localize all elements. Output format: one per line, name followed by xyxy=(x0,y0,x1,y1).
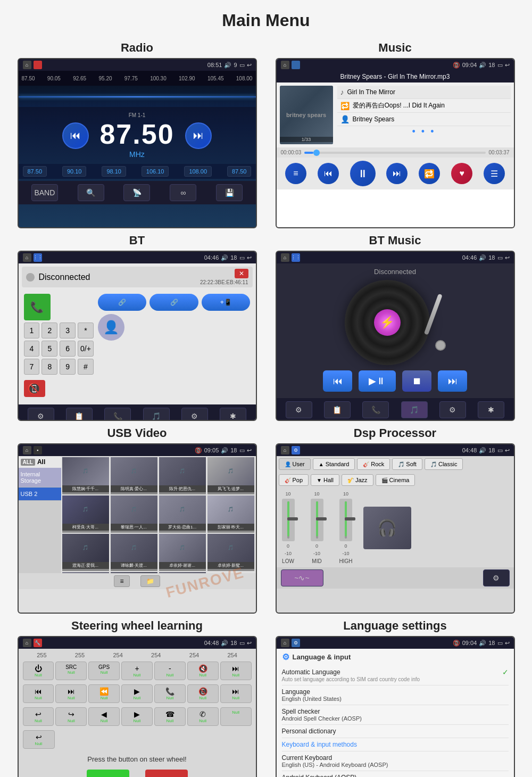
lang-auto-checkbox[interactable]: ✓ xyxy=(502,668,509,676)
usb-thumb-12[interactable]: 🎵 卓依婷·新鸳... xyxy=(207,534,254,571)
sw-home-icon[interactable]: ⌂ xyxy=(23,639,31,647)
usb-usb2[interactable]: USB 2 xyxy=(19,487,61,501)
music-track-1[interactable]: ♪ Girl In The Mirror xyxy=(337,86,511,99)
back-icon[interactable]: ↩ xyxy=(247,62,252,69)
preset-3[interactable]: 98.10 xyxy=(102,166,126,177)
music-play-btn[interactable]: ⏸ xyxy=(350,161,376,186)
dsp-back[interactable]: ↩ xyxy=(505,447,510,454)
radio-save-btn[interactable]: 💾 xyxy=(216,184,243,201)
btm-play-btn[interactable]: ▶⏸ xyxy=(359,370,396,392)
preset-4[interactable]: 106.10 xyxy=(142,166,169,177)
sw-vol-up-btn[interactable]: +Null xyxy=(121,662,153,680)
sw-r2-btn[interactable]: ↪Null xyxy=(55,707,87,726)
bt-back[interactable]: ↩ xyxy=(247,254,252,261)
radio-next-btn[interactable]: ⏭ xyxy=(185,122,212,149)
eq-low-slider[interactable] xyxy=(282,499,295,541)
dsp-home-icon[interactable]: ⌂ xyxy=(281,446,289,454)
btm-tb-5[interactable]: ⚙ xyxy=(439,401,466,418)
sw-confirm-btn[interactable]: ✓ xyxy=(87,770,129,777)
music-back[interactable]: ↩ xyxy=(505,62,510,69)
sw-r7-btn[interactable]: Null xyxy=(220,707,252,726)
music-list-btn[interactable]: ☰ xyxy=(484,163,505,184)
key-7[interactable]: 7 xyxy=(24,359,40,375)
key-1[interactable]: 1 xyxy=(24,323,40,338)
sw-s1-btn[interactable]: ↩Null xyxy=(23,730,55,749)
bt-call-btn[interactable]: 📞 xyxy=(24,294,51,320)
dsp-soft-btn[interactable]: 🎵 Soft xyxy=(392,458,422,470)
preset-1[interactable]: 87.50 xyxy=(23,166,47,177)
btm-tb-3[interactable]: 📞 xyxy=(362,401,389,418)
dsp-user-btn[interactable]: 👤 User xyxy=(279,458,311,470)
bt-link-btn[interactable]: 🔗 xyxy=(98,294,147,311)
bt-tb-1[interactable]: ⚙ xyxy=(28,408,54,421)
sw-ff-btn[interactable]: ⏭Null xyxy=(220,662,252,680)
sw-gps-btn[interactable]: GPSNull xyxy=(88,662,120,680)
preset-2[interactable]: 90.10 xyxy=(62,166,87,177)
radio-antenna-btn[interactable]: 📡 xyxy=(123,184,150,201)
sw-r5-btn[interactable]: ☎Null xyxy=(154,707,186,726)
btm-stop-btn[interactable]: ⏹ xyxy=(402,370,431,392)
bt-clear-btn[interactable]: ✕ xyxy=(235,269,248,278)
music-heart-btn[interactable]: ♥ xyxy=(451,163,472,184)
sw-back[interactable]: ↩ xyxy=(247,640,252,647)
sw-r1-btn[interactable]: ↩Null xyxy=(23,707,54,726)
sw-rew-btn[interactable]: ⏪Null xyxy=(88,684,120,703)
usb-list-btn[interactable]: ≡ xyxy=(114,575,129,587)
sw-power-btn[interactable]: ⏻Null xyxy=(23,662,54,680)
usb-thumb-15[interactable]: 🎵 左麟右李·总... xyxy=(159,572,206,573)
sw-src-btn[interactable]: SRCNull xyxy=(55,662,87,680)
usb-folder-btn[interactable]: 📁 xyxy=(140,575,160,587)
dsp-jazz-btn[interactable]: 🎷 Jazz xyxy=(342,474,373,486)
radio-audio-btn[interactable]: ∞ xyxy=(170,184,196,201)
usb-thumb-3[interactable]: 🎵 陈升·把恩仇... xyxy=(159,457,206,494)
dsp-cinema-btn[interactable]: 🎬 Cinema xyxy=(376,474,415,486)
usb-thumb-13[interactable]: 🎵 卓依婷·中华... xyxy=(62,572,109,573)
btm-tb-2[interactable]: 📋 xyxy=(324,401,351,418)
key-9[interactable]: 9 xyxy=(60,359,76,375)
bt-tb-6[interactable]: ✱ xyxy=(220,408,246,421)
usb-thumb-1[interactable]: 🎵 陈慧娴·千千... xyxy=(62,457,109,494)
eq-mid-slider[interactable] xyxy=(311,499,323,541)
key-6[interactable]: 6 xyxy=(60,341,76,357)
key-0plus[interactable]: 0/+ xyxy=(78,341,94,357)
usb-thumb-2[interactable]: 🎵 陈明真·爱心... xyxy=(111,457,157,494)
btm-back[interactable]: ↩ xyxy=(505,254,510,261)
lang-home-icon[interactable]: ⌂ xyxy=(281,639,289,647)
progress-track[interactable] xyxy=(304,152,485,154)
btm-tb-6[interactable]: ✱ xyxy=(478,401,504,418)
usb-thumb-4[interactable]: 🎵 凤飞飞·追梦... xyxy=(207,457,254,494)
sw-r3-btn[interactable]: ◀Null xyxy=(88,707,120,726)
sw-hangup-btn[interactable]: 📵Null xyxy=(187,684,219,703)
bt-hangup-btn[interactable]: 📵 xyxy=(24,380,45,397)
sw-call-btn[interactable]: 📞Null xyxy=(154,684,186,703)
key-8[interactable]: 8 xyxy=(41,359,57,375)
bt-add-btn[interactable]: +📱 xyxy=(202,294,251,311)
preset-6[interactable]: 87.50 xyxy=(227,166,252,177)
dsp-standard-btn[interactable]: ▲ Standard xyxy=(313,458,355,470)
music-playlist-btn[interactable]: ≡ xyxy=(285,163,306,184)
usb-thumb-11[interactable]: 🎵 卓依婷·谢谢... xyxy=(159,534,206,571)
music-track-2[interactable]: 🔁 爱的再告白Oops! ...I Did It Again xyxy=(337,99,511,113)
sw-nxt-btn[interactable]: ⏭Null xyxy=(55,684,87,703)
sw-play-btn[interactable]: ▶Null xyxy=(121,684,153,703)
btm-next-btn[interactable]: ⏭ xyxy=(438,370,467,392)
radio-band-btn[interactable]: BAND xyxy=(31,184,58,201)
usb-thumb-8[interactable]: 🎵 彭家丽·昨天... xyxy=(207,495,254,533)
btm-tb-4[interactable]: 🎵 xyxy=(401,401,428,418)
dsp-settings-btn[interactable]: ⚙ xyxy=(483,569,510,586)
bt-unlink-btn[interactable]: 🔗 xyxy=(149,294,198,311)
key-2[interactable]: 2 xyxy=(41,323,57,338)
lang-auto-item[interactable]: Automatic Language ✓ Auto set language a… xyxy=(282,665,509,685)
key-star[interactable]: * xyxy=(78,323,94,338)
btm-tb-1[interactable]: ⚙ xyxy=(286,401,312,418)
lang-dict-item[interactable]: Personal dictionary xyxy=(282,725,509,738)
bt-tb-5[interactable]: ⚙ xyxy=(181,408,208,421)
eq-high-slider[interactable] xyxy=(339,499,352,541)
usb-home-icon[interactable]: ⌂ xyxy=(23,446,31,454)
lang-keyboard-item[interactable]: Keyboard & input methods xyxy=(282,738,509,751)
btm-prev-btn[interactable]: ⏮ xyxy=(323,370,352,392)
sw-reset-btn[interactable]: ◀ALL xyxy=(145,770,188,777)
preset-5[interactable]: 108.00 xyxy=(184,166,212,177)
bt-tb-3[interactable]: 📞 xyxy=(104,408,131,421)
bt-home-icon[interactable]: ⌂ xyxy=(23,253,31,262)
